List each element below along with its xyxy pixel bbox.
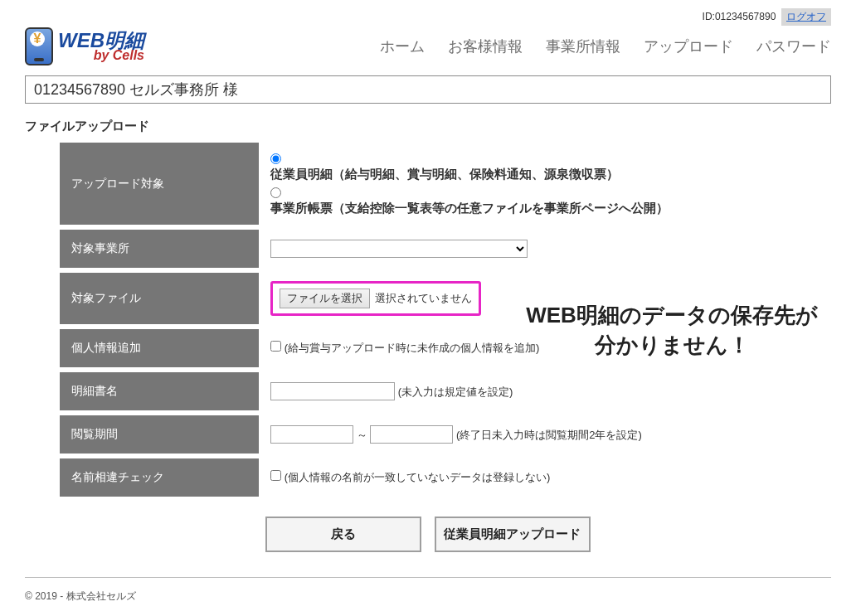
label-target-file: 対象ファイル <box>60 273 259 324</box>
nav-upload[interactable]: アップロード <box>644 36 733 56</box>
input-doc-name[interactable] <box>270 382 395 400</box>
checkbox-personal-add[interactable] <box>270 341 281 352</box>
radio-office-doc-text: 事業所帳票（支給控除一覧表等の任意ファイルを事業所ページへ公開） <box>270 201 785 216</box>
file-none-text: 選択されていません <box>375 292 472 304</box>
footer: © 2019 - 株式会社セルズ <box>25 577 831 615</box>
personal-add-text: (給与賞与アップロード時に未作成の個人情報を追加) <box>285 342 540 354</box>
doc-name-hint: (未入力は規定値を設定) <box>398 386 513 398</box>
checkbox-name-check[interactable] <box>270 470 281 481</box>
office-line: 01234567890 セルズ事務所 様 <box>25 75 831 104</box>
main-nav: ホーム お客様情報 事業所情報 アップロード パスワード <box>380 36 831 56</box>
input-period-start[interactable] <box>270 425 353 444</box>
select-target-office[interactable] <box>270 240 528 258</box>
label-target-office: 対象事業所 <box>60 230 259 268</box>
radio-employee[interactable] <box>270 153 281 164</box>
page-title: ファイルアップロード <box>25 119 831 134</box>
radio-employee-text: 従業員明細（給与明細、賞与明細、保険料通知、源泉徴収票） <box>270 167 785 182</box>
label-name-check: 名前相違チェック <box>60 458 259 497</box>
logoff-link[interactable]: ログオフ <box>781 8 831 26</box>
nav-office[interactable]: 事業所情報 <box>546 36 620 56</box>
nav-password[interactable]: パスワード <box>756 36 831 56</box>
id-prefix: ID: <box>703 11 715 22</box>
logo-icon <box>25 27 53 65</box>
logo: WEB明細 by Cells <box>25 27 144 65</box>
label-upload-target: アップロード対象 <box>60 143 259 225</box>
file-highlight-box: ファイルを選択 選択されていません <box>270 281 481 316</box>
period-tilde: ～ <box>357 429 367 441</box>
back-button[interactable]: 戻る <box>265 517 421 552</box>
radio-office-doc[interactable] <box>270 187 281 198</box>
label-period: 閲覧期間 <box>60 415 259 454</box>
id-value: 01234567890 <box>715 11 776 22</box>
upload-button[interactable]: 従業員明細アップロード <box>435 517 591 552</box>
choose-file-button[interactable]: ファイルを選択 <box>280 289 370 308</box>
label-doc-name: 明細書名 <box>60 372 259 410</box>
nav-home[interactable]: ホーム <box>380 36 425 56</box>
period-hint: (終了日未入力時は閲覧期間2年を設定) <box>456 429 642 441</box>
input-period-end[interactable] <box>370 425 453 444</box>
label-personal-add: 個人情報追加 <box>60 329 259 367</box>
nav-customer[interactable]: お客様情報 <box>448 36 523 56</box>
name-check-text: (個人情報の名前が一致していないデータは登録しない) <box>285 471 551 483</box>
